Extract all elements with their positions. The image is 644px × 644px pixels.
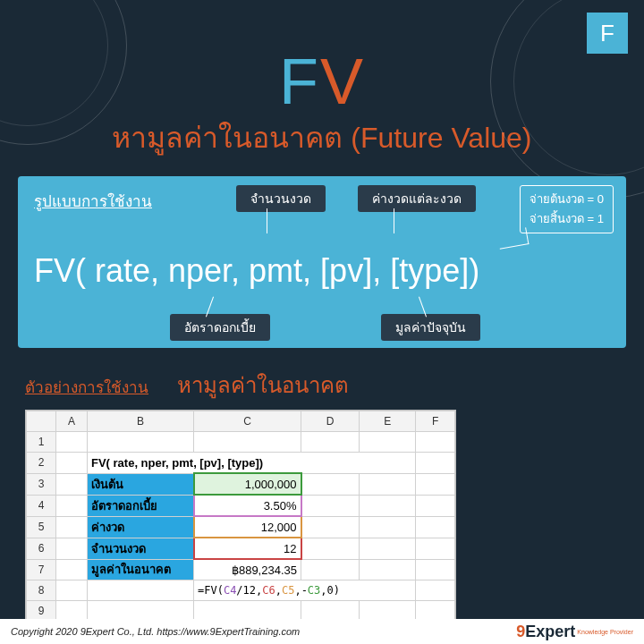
tag-pv: มูลค่าปัจจุบัน [381, 314, 480, 341]
tag-rate: อัตราดอกเบี้ย [170, 314, 270, 341]
tag-pmt: ค่างวดแต่ละงวด [358, 185, 476, 212]
spreadsheet: A B C D E F 1 2FV( rate, nper, pmt, [pv]… [25, 410, 456, 623]
col-F: F [416, 411, 455, 432]
example-title: หามูลค่าในอนาคต [177, 368, 349, 402]
value-principal: 1,000,000 [194, 473, 301, 495]
syntax-formula: FV( rate, nper, pmt, [pv], [type]) [34, 252, 610, 290]
footer: Copyright 2020 9Expert Co., Ltd. https:/… [0, 619, 644, 644]
connector-line [497, 227, 530, 249]
column-headers: A B C D E F [27, 411, 455, 432]
type-note-box: จ่ายต้นงวด = 0 จ่ายสิ้นงวด = 1 [520, 185, 614, 233]
label-fv: มูลค่าในอนาคต [88, 559, 194, 580]
brand-logo: 9Expert Knowledge Provider [516, 623, 633, 641]
corner-cell [27, 411, 56, 432]
copyright-text: Copyright 2020 9Expert Co., Ltd. https:/… [11, 626, 300, 637]
label-nper: จำนวนงวด [88, 538, 194, 559]
connector-line [394, 208, 394, 233]
tag-nper: จำนวนงวด [236, 185, 326, 212]
formula-cell: =FV(C4/12,C6,C5,-C3,0) [194, 580, 416, 601]
category-badge: F [587, 13, 628, 54]
type-end: จ่ายสิ้นงวด = 1 [530, 209, 604, 229]
title-letter-v: V [320, 46, 365, 117]
col-B: B [88, 411, 194, 432]
value-rate: 3.50% [194, 495, 301, 516]
title-letter-f: F [279, 46, 320, 117]
col-C: C [194, 411, 301, 432]
value-pmt: 12,000 [194, 516, 301, 538]
label-rate: อัตราดอกเบี้ย [88, 495, 194, 516]
label-pmt: ค่างวด [88, 516, 194, 538]
example-header: ตัวอย่างการใช้งาน หามูลค่าในอนาคต [25, 368, 619, 402]
value-fv: ฿889,234.35 [194, 559, 301, 580]
syntax-panel: รูปแบบการใช้งาน FV( rate, nper, pmt, [pv… [18, 176, 626, 348]
col-E: E [360, 411, 416, 432]
type-begin: จ่ายต้นงวด = 0 [530, 190, 604, 209]
connector-line [267, 208, 267, 233]
col-D: D [301, 411, 360, 432]
sheet-title: FV( rate, nper, pmt, [pv], [type]) [88, 453, 416, 474]
example-label: ตัวอย่างการใช้งาน [25, 375, 148, 399]
label-principal: เงินต้น [88, 473, 194, 495]
col-A: A [56, 411, 88, 432]
value-nper: 12 [194, 538, 301, 559]
